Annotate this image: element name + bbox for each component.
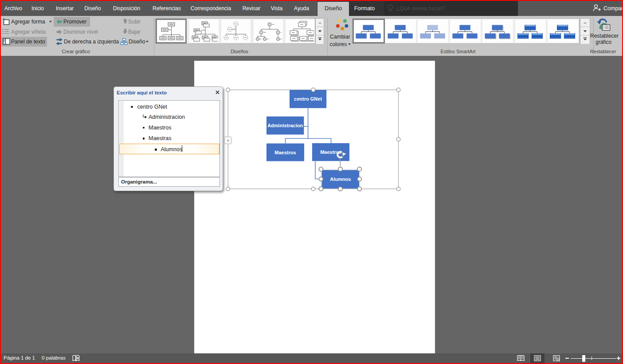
svg-text:Alumnos: Alumnos xyxy=(330,176,351,182)
svg-text:Administracion: Administracion xyxy=(267,123,303,128)
svg-text:centro GNet: centro GNet xyxy=(294,96,322,102)
svg-text:Maestros: Maestros xyxy=(274,150,296,155)
